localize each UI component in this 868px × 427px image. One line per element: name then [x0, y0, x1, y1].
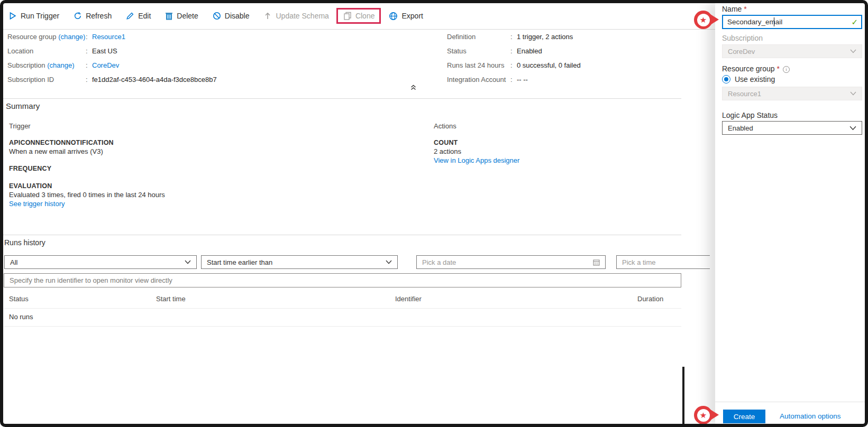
toolbar-label: Clone — [355, 12, 375, 20]
text-caret — [774, 17, 774, 26]
essentials-label: Status — [447, 47, 510, 55]
subscription-select: CoreDev — [722, 44, 862, 58]
resource-group-change-link[interactable]: (change) — [58, 33, 85, 41]
pick-time-placeholder: Pick a time — [622, 258, 705, 266]
status-filter-value: All — [10, 258, 185, 266]
radio-dot — [724, 77, 728, 81]
colon: : — [510, 61, 517, 69]
essentials-label: Runs last 24 hours — [447, 61, 510, 69]
definition-row: Definition : 1 trigger, 2 actions — [447, 30, 581, 44]
location-row: Location : East US — [7, 44, 217, 58]
toolbar-label: Disable — [225, 12, 250, 20]
resource-group-select-value: Resource1 — [728, 90, 850, 98]
integration-account-row: Integration Account : -- -- — [447, 72, 581, 87]
subscription-change-link[interactable]: (change) — [47, 61, 74, 69]
logic-app-status-label: Logic App Status — [722, 111, 778, 119]
count-label: COUNT — [434, 139, 458, 146]
toolbar-label: Update Schema — [276, 12, 328, 20]
chevron-down-icon — [849, 126, 856, 131]
status-value: Enabled — [517, 47, 542, 55]
required-asterisk: * — [744, 5, 746, 13]
status-filter-dropdown[interactable]: All — [4, 255, 197, 269]
toolbar-label: Edit — [138, 12, 151, 20]
chevron-down-icon — [386, 260, 392, 264]
resource-group-field-label: Resource group *i — [722, 64, 790, 73]
integration-account-value: -- -- — [517, 76, 528, 83]
essentials-label: Subscription ID — [7, 76, 86, 83]
info-icon[interactable]: i — [783, 66, 790, 73]
column-header-status[interactable]: Status — [9, 295, 29, 303]
export-button[interactable]: Export — [389, 12, 423, 21]
column-header-duration[interactable]: Duration — [637, 295, 663, 303]
edit-button[interactable]: Edit — [126, 12, 151, 20]
view-in-designer-link[interactable]: View in Logic Apps designer — [434, 156, 519, 164]
create-button[interactable]: Create — [723, 410, 765, 423]
pick-date-input[interactable]: Pick a date — [416, 255, 606, 269]
export-icon — [389, 12, 398, 21]
definition-value: 1 trigger, 2 actions — [517, 33, 573, 41]
click-pointer-annotation-name: ★ — [693, 10, 724, 32]
use-existing-radio-row: Use existing — [722, 75, 775, 83]
essentials-label: Resource group — [7, 33, 57, 41]
disable-button[interactable]: Disable — [213, 12, 250, 20]
pick-time-input[interactable]: Pick a time — [616, 255, 710, 269]
use-existing-radio[interactable] — [722, 75, 730, 83]
toolbar-label: Export — [401, 12, 423, 20]
refresh-button[interactable]: Refresh — [74, 12, 112, 20]
chevron-down-icon — [850, 91, 856, 96]
required-asterisk: * — [777, 64, 780, 73]
colon: : — [510, 47, 517, 55]
actions-column-title: Actions — [434, 122, 456, 130]
column-header-identifier[interactable]: Identifier — [395, 295, 422, 303]
column-header-start-time[interactable]: Start time — [156, 295, 186, 303]
essentials-left: Resource group (change) : Resource1 Loca… — [7, 30, 217, 87]
chevron-down-icon — [185, 260, 191, 264]
update-schema-icon — [263, 12, 272, 20]
colon: : — [510, 76, 517, 83]
delete-icon — [165, 12, 173, 20]
run-identifier-search-input[interactable] — [4, 273, 681, 287]
panel-footer-divider — [715, 402, 865, 402]
refresh-icon — [74, 12, 82, 20]
edit-icon — [126, 12, 134, 20]
resource-group-link[interactable]: Resource1 — [92, 33, 125, 41]
logic-app-status-select[interactable]: Enabled — [722, 121, 862, 135]
status-row: Status : Enabled — [447, 44, 581, 58]
name-input[interactable] — [722, 15, 862, 29]
trigger-description: When a new email arrives (V3) — [9, 147, 103, 155]
calendar-icon — [593, 259, 600, 266]
run-trigger-button[interactable]: Run Trigger — [8, 12, 59, 20]
automation-options-link[interactable]: Automation options — [780, 412, 841, 420]
runs-history-title: Runs history — [4, 238, 45, 247]
pointer-circle: ★ — [694, 406, 712, 424]
logic-app-overview-window: Run Trigger Refresh Edit Delete Disable … — [0, 0, 868, 427]
subscription-field-label: Subscription — [722, 34, 763, 42]
name-input-wrap: ✓ — [722, 15, 862, 29]
clone-icon — [343, 12, 352, 20]
subscription-id-value: fe1dd2af-c453-4604-a4da-f3dce8bce8b7 — [92, 76, 217, 83]
runs-24h-value: 0 successful, 0 failed — [517, 61, 581, 69]
click-pointer-annotation-create: ★ — [693, 405, 724, 427]
delete-button[interactable]: Delete — [165, 12, 198, 20]
subscription-select-value: CoreDev — [728, 48, 850, 55]
resource-group-label-text: Resource group — [722, 64, 775, 73]
trigger-name: APICONNECTIONNOTIFICATION — [9, 139, 114, 146]
chevron-down-icon — [850, 49, 856, 53]
subscription-link[interactable]: CoreDev — [92, 61, 119, 69]
pointer-star-icon: ★ — [697, 14, 710, 26]
evaluation-text: Evaluated 3 times, fired 0 times in the … — [9, 191, 165, 199]
time-filter-value: Start time earlier than — [207, 258, 386, 266]
essentials-label: Location — [7, 47, 86, 55]
toolbar-label: Refresh — [86, 12, 112, 20]
trigger-column-title: Trigger — [9, 122, 31, 130]
update-schema-button: Update Schema — [263, 12, 328, 20]
see-trigger-history-link[interactable]: See trigger history — [9, 200, 65, 208]
logic-app-status-value: Enabled — [728, 124, 849, 132]
divider — [4, 326, 681, 327]
time-filter-dropdown[interactable]: Start time earlier than — [201, 255, 398, 269]
essentials-label: Definition — [447, 33, 510, 41]
colon: : — [86, 76, 92, 83]
runs-24h-row: Runs last 24 hours : 0 successful, 0 fai… — [447, 58, 581, 72]
collapse-essentials-button[interactable] — [410, 83, 417, 93]
essentials-label: Subscription — [7, 61, 45, 69]
